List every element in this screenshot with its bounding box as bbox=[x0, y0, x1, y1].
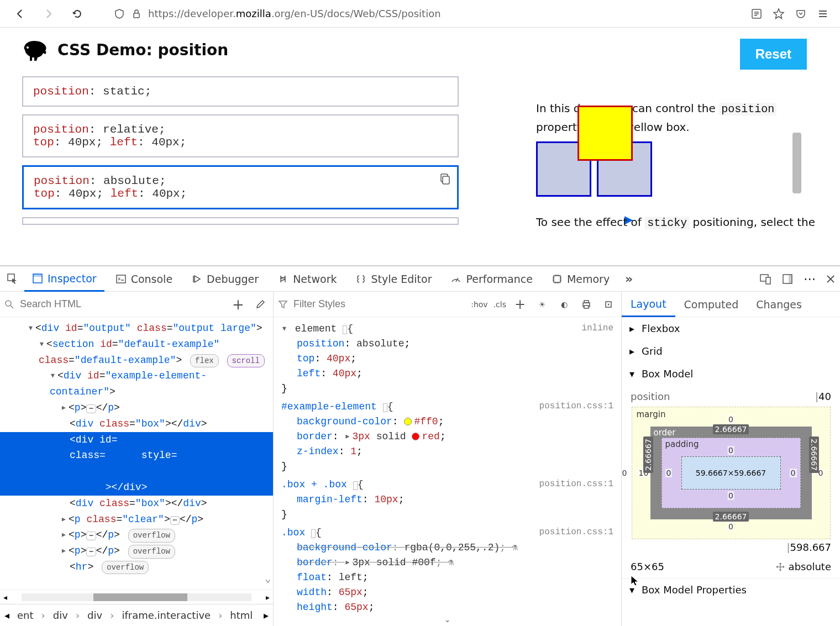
tab-debugger[interactable]: Debugger bbox=[183, 267, 266, 291]
section-flexbox[interactable]: ▸Flexbox bbox=[622, 317, 840, 340]
tab-console[interactable]: Console bbox=[108, 267, 180, 291]
bm-content-size: 59.6667×59.6667 bbox=[696, 469, 767, 477]
add-node-button[interactable]: + bbox=[230, 296, 246, 313]
desc-text: positioning, select the bbox=[693, 215, 815, 229]
light-icon[interactable]: ☀ bbox=[534, 296, 550, 313]
layout-tab-layout[interactable]: Layout bbox=[622, 292, 675, 317]
section-boxmodel[interactable]: ▾Box Model bbox=[622, 362, 840, 385]
code-option-absolute[interactable]: position: absolute; top: 40px; left: 40p… bbox=[22, 165, 459, 209]
cls-button[interactable]: .cls bbox=[494, 300, 506, 309]
svg-rect-23 bbox=[584, 301, 589, 303]
box-model: position| 40 margin 0 0 10 0 order 2.666… bbox=[622, 385, 840, 578]
svg-rect-15 bbox=[554, 276, 560, 282]
desc-code: sticky bbox=[645, 217, 689, 229]
url-bar[interactable]: https://developer.mozilla.org/en-US/docs… bbox=[97, 8, 739, 19]
devtools-tabs: Inspector Console Debugger Network Style… bbox=[0, 266, 840, 292]
demo-panel: In this demo you can control the positio… bbox=[536, 39, 818, 265]
demo-boxes bbox=[536, 141, 652, 197]
dom-selected-node: <div id="example-element" class="box" st… bbox=[0, 432, 273, 496]
page-content: CSS Demo: position Reset position: stati… bbox=[0, 28, 840, 265]
code-option-static[interactable]: position: static; bbox=[22, 76, 459, 107]
hov-button[interactable]: :hov bbox=[471, 300, 487, 309]
responsive-icon[interactable] bbox=[759, 273, 771, 285]
forward-button[interactable] bbox=[40, 5, 57, 23]
lock-icon bbox=[132, 9, 141, 19]
position-icon bbox=[775, 562, 785, 572]
eyedropper-icon[interactable] bbox=[252, 296, 269, 313]
desc-code: position bbox=[719, 103, 776, 115]
expand-chevron-icon[interactable]: ⌄ bbox=[265, 571, 271, 587]
dock-icon[interactable] bbox=[781, 273, 794, 285]
reload-button[interactable] bbox=[69, 5, 86, 23]
close-devtools-icon[interactable] bbox=[826, 274, 836, 284]
tab-memory[interactable]: Memory bbox=[544, 267, 617, 291]
more-tabs-icon[interactable]: » bbox=[621, 271, 637, 287]
print-icon[interactable] bbox=[578, 296, 595, 313]
svg-rect-17 bbox=[766, 277, 770, 284]
svg-rect-9 bbox=[443, 176, 449, 184]
search-icon bbox=[4, 299, 14, 309]
pocket-icon[interactable] bbox=[795, 8, 807, 20]
layout-panel: Layout Computed Changes ▸Flexbox ▸Grid ▾… bbox=[622, 292, 840, 626]
url-text: https://developer.mozilla.org/en-US/docs… bbox=[148, 8, 441, 19]
shield-icon bbox=[114, 8, 125, 19]
bookmark-icon[interactable] bbox=[773, 8, 785, 20]
content-scrollbar[interactable] bbox=[792, 133, 801, 193]
svg-rect-0 bbox=[134, 13, 139, 18]
tab-inspector[interactable]: Inspector bbox=[24, 267, 104, 292]
layout-tab-computed[interactable]: Computed bbox=[675, 293, 748, 316]
dark-icon[interactable]: ◐ bbox=[556, 296, 573, 313]
tab-style-editor[interactable]: Style Editor bbox=[348, 267, 439, 291]
devtools: Inspector Console Debugger Network Style… bbox=[0, 265, 840, 626]
filter-icon bbox=[278, 299, 288, 309]
dom-hscroll[interactable]: ◂ ▸ bbox=[0, 590, 273, 604]
browser-toolbar: https://developer.mozilla.org/en-US/docs… bbox=[0, 0, 840, 28]
add-rule-button[interactable]: + bbox=[512, 296, 528, 313]
svg-line-21 bbox=[11, 306, 13, 308]
code-options: position: static; position: relative; to… bbox=[22, 76, 459, 225]
code-option-relative[interactable]: position: relative; top: 40px; left: 40p… bbox=[22, 114, 459, 157]
dom-tree[interactable]: ▾<div id="output" class="output large"> … bbox=[0, 317, 273, 590]
menu-icon[interactable] bbox=[817, 8, 829, 20]
svg-rect-24 bbox=[584, 306, 589, 308]
section-grid[interactable]: ▸Grid bbox=[622, 340, 840, 362]
motion-icon[interactable] bbox=[600, 296, 617, 313]
tab-network[interactable]: Network bbox=[270, 267, 344, 291]
svg-rect-19 bbox=[789, 275, 792, 283]
breadcrumbs[interactable]: ◂ ent› div› div› iframe.interactive› htm… bbox=[0, 604, 273, 626]
reader-icon[interactable] bbox=[750, 8, 763, 20]
styles-collapse-icon[interactable]: ⌄ bbox=[274, 613, 621, 626]
page-title: CSS Demo: position bbox=[57, 41, 228, 59]
search-html-input[interactable] bbox=[20, 298, 224, 310]
kebab-icon[interactable]: ⋯ bbox=[804, 272, 816, 286]
pick-element-icon[interactable] bbox=[4, 271, 21, 287]
styles-panel: :hov .cls + ☀ ◐ inline ▾ element { posit… bbox=[274, 292, 622, 626]
desc-text: To see the effect of bbox=[536, 215, 642, 229]
yellow-box bbox=[578, 106, 633, 161]
rule-source[interactable]: position.css:1 bbox=[539, 477, 613, 491]
tab-performance[interactable]: Performance bbox=[443, 267, 540, 291]
bm-size: 65×65 bbox=[631, 561, 664, 572]
rule-source[interactable]: position.css:1 bbox=[539, 399, 613, 413]
section-boxmodel-props[interactable]: ▾Box Model Properties bbox=[622, 578, 840, 601]
filter-styles-input[interactable] bbox=[293, 298, 465, 310]
rule-source[interactable]: position.css:1 bbox=[539, 525, 613, 539]
svg-rect-13 bbox=[117, 275, 125, 283]
inline-badge: inline bbox=[581, 322, 613, 335]
svg-rect-12 bbox=[33, 274, 42, 277]
svg-point-20 bbox=[6, 301, 11, 306]
dom-panel: + ▾<div id="output" class="output large"… bbox=[0, 292, 274, 626]
back-button[interactable] bbox=[11, 5, 29, 23]
copy-icon[interactable] bbox=[438, 172, 452, 186]
layout-tab-changes[interactable]: Changes bbox=[747, 293, 811, 316]
mdn-dino-icon bbox=[22, 39, 48, 61]
page-header: CSS Demo: position bbox=[22, 39, 536, 61]
styles-rules[interactable]: inline ▾ element { position: absolute; t… bbox=[274, 317, 621, 613]
code-option-next[interactable] bbox=[22, 217, 459, 225]
bm-position-mode: absolute bbox=[789, 561, 831, 572]
